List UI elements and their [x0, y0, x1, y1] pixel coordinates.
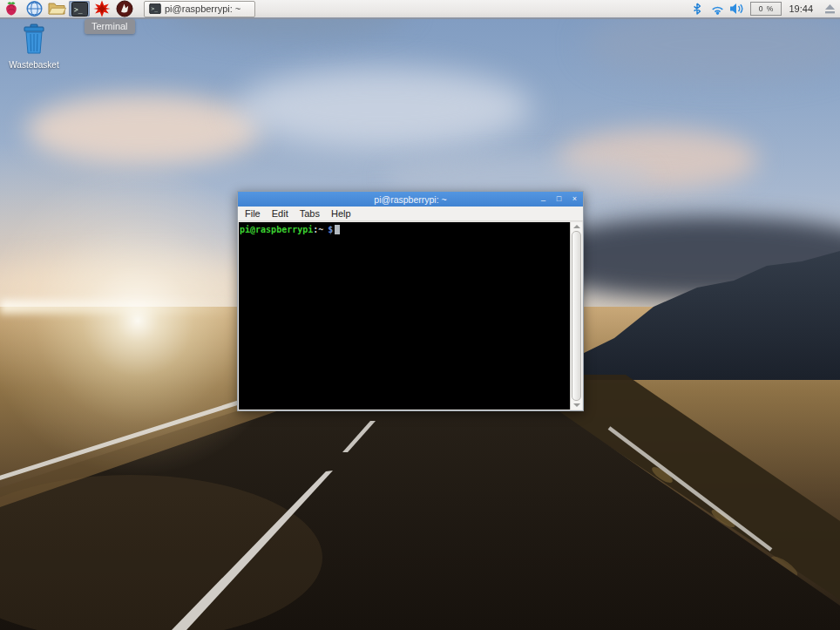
window-titlebar[interactable]: pi@raspberrypi: ~ _ □ ×	[238, 192, 583, 207]
tooltip: Terminal	[85, 19, 135, 34]
scrollbar-thumb[interactable]	[572, 231, 581, 401]
terminal-menubar: File Edit Tabs Help	[238, 207, 583, 221]
system-tray: 0 % 19:44	[688, 2, 840, 16]
wastebasket-icon	[19, 24, 49, 55]
taskbar-window-label: pi@raspberrypi: ~	[165, 3, 240, 14]
clock[interactable]: 19:44	[789, 3, 813, 14]
terminal-launcher[interactable]: >_	[69, 1, 90, 17]
close-button[interactable]: ×	[571, 195, 579, 203]
prompt-user-host: pi@raspberrypi	[240, 225, 313, 234]
cpu-monitor[interactable]: 0 %	[750, 2, 782, 16]
menu-button[interactable]	[1, 1, 22, 17]
minimize-button[interactable]: _	[539, 193, 547, 201]
window-controls: _ □ ×	[539, 192, 579, 207]
scroll-up-icon[interactable]	[573, 225, 580, 228]
wolfram-launcher[interactable]	[114, 1, 135, 17]
eject-button[interactable]	[821, 2, 838, 16]
bluetooth-icon	[692, 2, 702, 16]
browser-launcher[interactable]	[24, 1, 44, 17]
wifi-icon	[710, 3, 725, 15]
wifi-button[interactable]	[708, 2, 726, 16]
desktop: Wastebasket pi@raspberrypi: ~ _ □ × File…	[0, 0, 840, 630]
terminal-icon: >_	[71, 2, 88, 17]
wastebasket-label: Wastebasket	[7, 60, 61, 70]
terminal-scrollbar[interactable]	[570, 222, 582, 410]
file-manager-launcher[interactable]	[46, 1, 67, 17]
taskbar: >_ >_ pi@raspberrypi: ~	[0, 0, 840, 19]
terminal-window: pi@raspberrypi: ~ _ □ × File Edit Tabs H…	[237, 191, 584, 411]
maximize-button[interactable]: □	[555, 195, 563, 203]
menu-help[interactable]: Help	[331, 208, 351, 219]
terminal-body: pi@raspberrypi:~$	[238, 221, 583, 410]
file-manager-icon	[47, 1, 66, 17]
raspberry-menu-icon	[3, 0, 20, 17]
svg-text:>_: >_	[74, 5, 83, 13]
bluetooth-button[interactable]	[688, 2, 706, 16]
svg-text:>_: >_	[151, 5, 158, 12]
wolfram-icon	[116, 0, 133, 17]
terminal-screen[interactable]: pi@raspberrypi:~$	[239, 222, 570, 410]
menu-edit[interactable]: Edit	[272, 208, 288, 219]
terminal-cursor	[335, 225, 340, 234]
menu-file[interactable]: File	[245, 208, 261, 219]
volume-icon	[729, 3, 745, 15]
prompt-path: ~	[318, 225, 323, 234]
scroll-down-icon[interactable]	[573, 403, 580, 407]
taskbar-window-button[interactable]: >_ pi@raspberrypi: ~	[144, 1, 255, 17]
horizon-light	[0, 300, 244, 314]
mathematica-launcher[interactable]	[91, 1, 112, 17]
web-browser-icon	[25, 0, 44, 17]
desktop-icon-wastebasket[interactable]: Wastebasket	[7, 24, 61, 70]
terminal-icon: >_	[149, 3, 161, 14]
menu-tabs[interactable]: Tabs	[300, 208, 320, 219]
volume-button[interactable]	[728, 2, 746, 16]
cpu-usage-label: 0 %	[759, 4, 775, 13]
eject-icon	[824, 3, 836, 14]
window-title: pi@raspberrypi: ~	[374, 194, 446, 205]
mathematica-icon	[93, 0, 111, 17]
prompt-symbol: $	[328, 225, 333, 234]
